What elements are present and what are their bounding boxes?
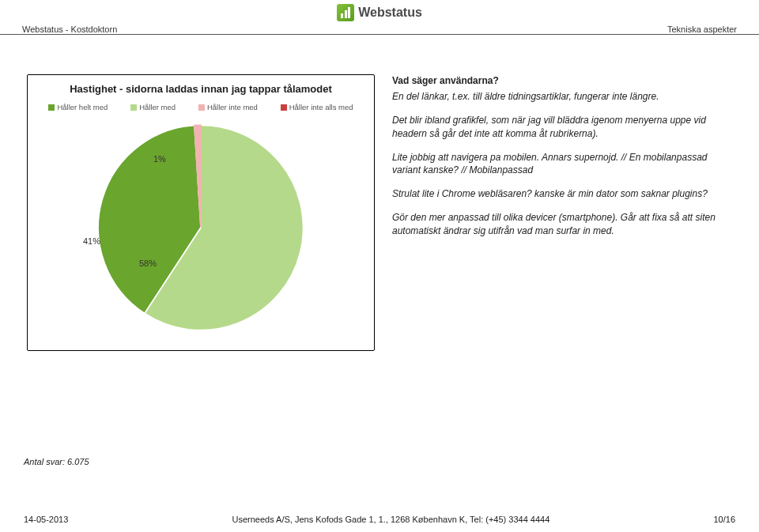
chart-panel: Hastighet - sidorna laddas innan jag tap…	[27, 74, 375, 351]
pie-chart-svg	[94, 121, 308, 334]
comment-line: Lite jobbig att navigera pa mobilen. Ann…	[392, 151, 732, 176]
legend-swatch	[281, 104, 287, 111]
footer-center: Userneeds A/S, Jens Kofods Gade 1, 1., 1…	[232, 515, 549, 524]
meta-right: Tekniska aspekter	[667, 25, 737, 34]
user-comments-block: Vad säger användarna? En del länkar, t.e…	[392, 74, 732, 351]
footer-date: 14-05-2013	[24, 515, 68, 524]
comment-line: Strulat lite i Chrome webläsaren? kanske…	[392, 187, 732, 200]
comment-line: Gör den mer anpassad till olika devicer …	[392, 211, 732, 236]
page-footer: 14-05-2013 Userneeds A/S, Jens Kofods Ga…	[0, 515, 759, 524]
pie-label-1: 1%	[153, 154, 166, 164]
legend-item: Håller inte alls med	[281, 103, 353, 111]
webstatus-logo-icon	[337, 4, 354, 21]
header-meta-row: Webstatus - Kostdoktorn Tekniska aspekte…	[0, 25, 759, 35]
logo-text: Webstatus	[358, 6, 422, 20]
legend-item: Håller helt med	[48, 103, 108, 111]
pie-label-58: 58%	[139, 258, 157, 268]
comment-line: Det blir ibland grafikfel, som när jag v…	[392, 114, 732, 139]
legend-label: Håller med	[139, 103, 176, 111]
logo: Webstatus	[337, 4, 422, 21]
comments-heading: Vad säger användarna?	[392, 74, 732, 87]
legend-swatch	[130, 104, 137, 111]
legend-label: Håller inte med	[207, 103, 258, 111]
chart-legend: Håller helt med Håller med Håller inte m…	[39, 103, 363, 111]
legend-label: Håller inte alls med	[289, 103, 353, 111]
legend-item: Håller inte med	[198, 103, 258, 111]
answers-count: Antal svar: 6.075	[24, 457, 89, 466]
pie-chart: 41% 58% 1%	[39, 121, 363, 334]
brand-header: Webstatus	[0, 0, 759, 25]
legend-swatch	[198, 104, 205, 111]
comment-line: En del länkar, t.ex. till äldre tidnings…	[392, 90, 732, 103]
legend-label: Håller helt med	[57, 103, 108, 111]
legend-item: Håller med	[130, 103, 176, 111]
legend-swatch	[48, 104, 55, 111]
pie-label-41: 41%	[83, 236, 100, 246]
chart-title: Hastighet - sidorna laddas innan jag tap…	[39, 83, 363, 95]
footer-page-number: 10/16	[713, 515, 735, 524]
meta-left: Webstatus - Kostdoktorn	[22, 25, 117, 34]
